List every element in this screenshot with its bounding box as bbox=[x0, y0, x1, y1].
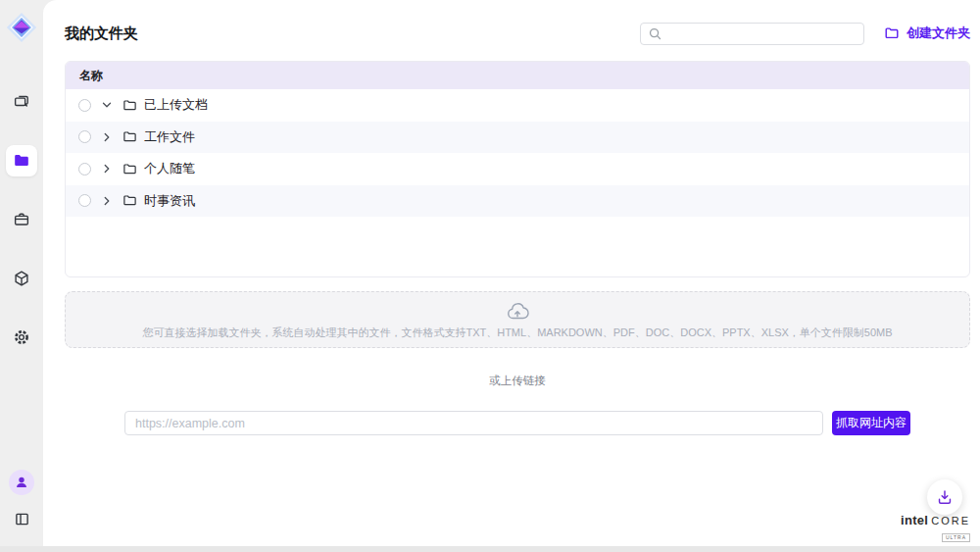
sidebar-item-toolbox[interactable] bbox=[6, 204, 37, 235]
panel-layout-icon bbox=[13, 510, 31, 528]
cloud-upload-icon bbox=[505, 300, 530, 324]
bottom-edge bbox=[0, 546, 980, 552]
folder-name: 时事资讯 bbox=[144, 192, 195, 210]
row-checkbox[interactable] bbox=[78, 130, 91, 143]
chevron-down-icon[interactable] bbox=[100, 98, 114, 112]
download-fab-button[interactable] bbox=[927, 479, 962, 515]
intel-core-ultra-logo: intel core ultra bbox=[901, 514, 970, 542]
chevron-right-icon[interactable] bbox=[100, 130, 114, 144]
search-box bbox=[640, 23, 864, 45]
search-input[interactable] bbox=[640, 23, 864, 45]
sidebar-nav bbox=[6, 86, 37, 353]
folder-icon bbox=[122, 193, 137, 208]
intel-wordmark: intel bbox=[901, 514, 928, 527]
folder-icon bbox=[12, 151, 31, 171]
cube-icon bbox=[12, 269, 31, 288]
folder-icon bbox=[122, 98, 137, 113]
row-checkbox[interactable] bbox=[78, 194, 91, 207]
url-upload-row: 抓取网址内容 bbox=[124, 411, 910, 435]
main-content: 我的文件夹 创建文件夹 bbox=[43, 0, 980, 546]
folder-row[interactable]: 个人随笔 bbox=[66, 153, 969, 185]
gear-icon bbox=[12, 327, 31, 347]
create-folder-button[interactable]: 创建文件夹 bbox=[884, 25, 970, 42]
chevron-right-icon[interactable] bbox=[100, 194, 114, 208]
row-checkbox[interactable] bbox=[78, 99, 91, 112]
download-icon bbox=[935, 487, 955, 507]
sidebar-item-folders[interactable] bbox=[6, 145, 37, 176]
ultra-badge: ultra bbox=[942, 533, 970, 542]
sidebar-item-models[interactable] bbox=[6, 263, 37, 294]
folder-icon bbox=[122, 162, 137, 176]
column-header-name: 名称 bbox=[79, 68, 103, 84]
folder-name: 工作文件 bbox=[144, 128, 195, 146]
folder-row[interactable]: 已上传文档 bbox=[66, 89, 969, 122]
chat-icon bbox=[12, 92, 31, 112]
sidebar-bottom bbox=[9, 470, 34, 546]
avatar-icon bbox=[13, 474, 30, 491]
page-title: 我的文件夹 bbox=[65, 25, 138, 43]
folder-table: 名称 已上传文档 工作文件 bbox=[65, 61, 970, 277]
folder-name: 个人随笔 bbox=[144, 160, 195, 177]
folder-row[interactable]: 工作文件 bbox=[66, 122, 969, 154]
sidebar-collapse-button[interactable] bbox=[10, 507, 33, 530]
table-header: 名称 bbox=[66, 62, 969, 89]
row-checkbox[interactable] bbox=[78, 163, 91, 176]
url-input[interactable] bbox=[124, 411, 823, 435]
app-logo[interactable] bbox=[4, 10, 39, 45]
folder-name: 已上传文档 bbox=[144, 96, 208, 114]
sidebar-item-settings[interactable] bbox=[6, 322, 37, 353]
briefcase-icon bbox=[12, 210, 31, 229]
topbar: 我的文件夹 创建文件夹 bbox=[65, 0, 970, 61]
sidebar bbox=[0, 0, 43, 546]
folder-icon bbox=[884, 25, 900, 41]
chevron-right-icon[interactable] bbox=[100, 162, 114, 176]
diamond-logo-icon bbox=[5, 11, 38, 44]
sidebar-item-profile[interactable] bbox=[9, 470, 34, 495]
search-icon bbox=[648, 26, 662, 41]
fetch-url-button[interactable]: 抓取网址内容 bbox=[832, 411, 910, 435]
create-folder-label: 创建文件夹 bbox=[906, 25, 970, 42]
upload-hint: 您可直接选择加载文件夹，系统自动处理其中的文件，文件格式支持TXT、HTML、M… bbox=[142, 326, 892, 340]
core-wordmark: core bbox=[931, 516, 970, 527]
folder-icon bbox=[122, 129, 137, 144]
sidebar-item-chat[interactable] bbox=[6, 86, 37, 118]
upload-dropzone[interactable]: 您可直接选择加载文件夹，系统自动处理其中的文件，文件格式支持TXT、HTML、M… bbox=[65, 291, 970, 348]
or-upload-link-label: 或上传链接 bbox=[65, 374, 970, 388]
folder-row[interactable]: 时事资讯 bbox=[66, 185, 969, 218]
